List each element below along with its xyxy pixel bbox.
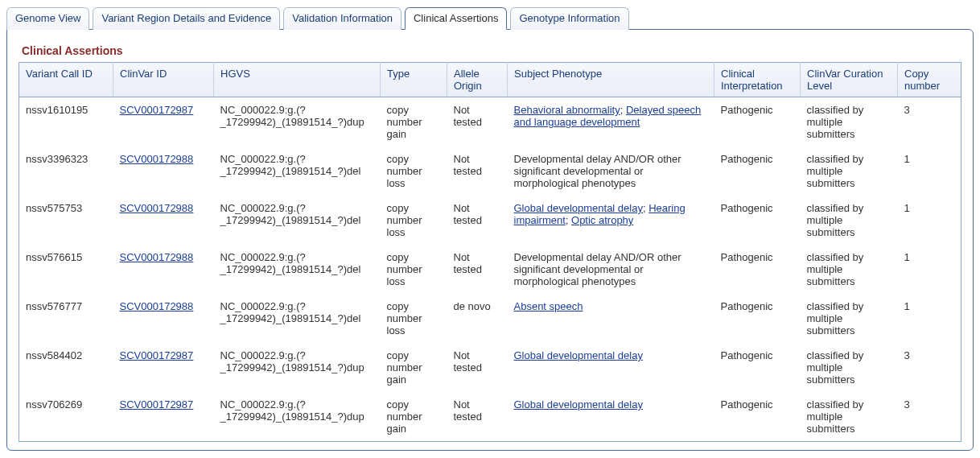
cell-variant-call-id: nssv576777	[19, 294, 113, 343]
cell-clinvar-curation-level: classified by multiple submitters	[801, 196, 898, 245]
cell-hgvs: NC_000022.9:g.(?_17299942)_(19891514_?)d…	[214, 97, 381, 147]
cell-allele-origin: Not tested	[447, 196, 508, 245]
cell-clinvar-id: SCV000172987	[113, 97, 214, 147]
cell-allele-origin: Not tested	[447, 392, 508, 442]
cell-allele-origin: Not tested	[447, 343, 508, 392]
cell-subject-phenotype: Developmental delay AND/OR other signifi…	[508, 245, 714, 294]
col-header-subject-phenotype[interactable]: Subject Phenotype	[508, 63, 714, 97]
cell-hgvs: NC_000022.9:g.(?_17299942)_(19891514_?)d…	[214, 294, 381, 343]
cell-type: copy number gain	[381, 392, 447, 442]
phenotype-text: Developmental delay AND/OR other signifi…	[514, 251, 681, 287]
cell-clinical-interpretation: Pathogenic	[714, 97, 801, 147]
phenotype-link[interactable]: Global developmental delay	[514, 202, 643, 214]
table-row: nssv3396323SCV000172988NC_000022.9:g.(?_…	[19, 146, 961, 196]
cell-clinical-interpretation: Pathogenic	[714, 146, 801, 196]
cell-clinical-interpretation: Pathogenic	[714, 392, 801, 442]
tab-genome-view[interactable]: Genome View	[6, 7, 89, 30]
cell-allele-origin: de novo	[447, 294, 508, 343]
cell-clinvar-curation-level: classified by multiple submitters	[801, 146, 898, 196]
cell-copy-number: 1	[898, 245, 961, 294]
col-header-hgvs[interactable]: HGVS	[214, 63, 381, 97]
cell-type: copy number loss	[381, 196, 447, 245]
tab-genotype-information[interactable]: Genotype Information	[510, 7, 628, 30]
cell-allele-origin: Not tested	[447, 146, 508, 196]
cell-copy-number: 3	[898, 97, 961, 147]
cell-clinvar-curation-level: classified by multiple submitters	[801, 245, 898, 294]
table-row: nssv1610195SCV000172987NC_000022.9:g.(?_…	[19, 97, 961, 147]
cell-clinvar-id: SCV000172988	[113, 245, 214, 294]
cell-clinvar-id: SCV000172987	[113, 392, 214, 442]
cell-hgvs: NC_000022.9:g.(?_17299942)_(19891514_?)d…	[214, 343, 381, 392]
col-header-clinvar-curation-level[interactable]: ClinVar Curation Level	[801, 63, 898, 97]
cell-copy-number: 1	[898, 196, 961, 245]
cell-subject-phenotype: Global developmental delay; Hearing impa…	[508, 196, 714, 245]
separator: ;	[566, 214, 571, 226]
cell-variant-call-id: nssv1610195	[19, 97, 113, 147]
cell-clinvar-curation-level: classified by multiple submitters	[801, 343, 898, 392]
cell-allele-origin: Not tested	[447, 245, 508, 294]
cell-variant-call-id: nssv576615	[19, 245, 113, 294]
clinvar-link[interactable]: SCV000172987	[120, 398, 194, 411]
cell-clinvar-curation-level: classified by multiple submitters	[801, 294, 898, 343]
cell-variant-call-id: nssv706269	[19, 392, 113, 442]
cell-type: copy number gain	[381, 97, 447, 147]
tab-validation-information[interactable]: Validation Information	[283, 7, 401, 30]
cell-variant-call-id: nssv575753	[19, 196, 113, 245]
col-header-clinical-interpretation[interactable]: Clinical Interpretation	[714, 63, 801, 97]
tab-clinical-assertions[interactable]: Clinical Assertions	[405, 7, 508, 30]
cell-variant-call-id: nssv584402	[19, 343, 113, 392]
tab-bar: Genome ViewVariant Region Details and Ev…	[6, 6, 974, 29]
phenotype-text: Developmental delay AND/OR other signifi…	[514, 153, 681, 189]
phenotype-link[interactable]: Optic atrophy	[571, 214, 633, 226]
cell-copy-number: 1	[898, 146, 961, 196]
separator: ;	[620, 104, 626, 116]
cell-type: copy number gain	[381, 343, 447, 392]
clinical-assertions-table: Variant Call ID ClinVar ID HGVS Type All…	[19, 62, 961, 442]
cell-clinvar-id: SCV000172988	[113, 196, 214, 245]
cell-subject-phenotype: Behavioral abnormality; Delayed speech a…	[508, 97, 714, 147]
col-header-allele-origin[interactable]: Allele Origin	[447, 63, 508, 97]
cell-variant-call-id: nssv3396323	[19, 146, 113, 196]
cell-clinvar-id: SCV000172988	[113, 294, 214, 343]
cell-clinical-interpretation: Pathogenic	[714, 196, 801, 245]
cell-hgvs: NC_000022.9:g.(?_17299942)_(19891514_?)d…	[214, 196, 381, 245]
phenotype-link[interactable]: Global developmental delay	[514, 349, 643, 361]
cell-clinvar-id: SCV000172988	[113, 146, 214, 196]
clinvar-link[interactable]: SCV000172987	[120, 104, 194, 116]
cell-hgvs: NC_000022.9:g.(?_17299942)_(19891514_?)d…	[214, 392, 381, 442]
col-header-variant-call-id[interactable]: Variant Call ID	[19, 63, 113, 97]
table-row: nssv706269SCV000172987NC_000022.9:g.(?_1…	[19, 392, 961, 442]
cell-subject-phenotype: Absent speech	[508, 294, 714, 343]
col-header-clinvar-id[interactable]: ClinVar ID	[113, 63, 214, 97]
cell-type: copy number loss	[381, 146, 447, 196]
tab-variant-region-details-and-evidence[interactable]: Variant Region Details and Evidence	[93, 7, 280, 30]
cell-hgvs: NC_000022.9:g.(?_17299942)_(19891514_?)d…	[214, 245, 381, 294]
col-header-copy-number[interactable]: Copy number	[898, 63, 961, 97]
table-row: nssv576615SCV000172988NC_000022.9:g.(?_1…	[19, 245, 961, 294]
cell-subject-phenotype: Developmental delay AND/OR other signifi…	[508, 146, 714, 196]
cell-copy-number: 1	[898, 294, 961, 343]
clinvar-link[interactable]: SCV000172988	[120, 300, 194, 312]
phenotype-link[interactable]: Behavioral abnormality	[514, 104, 620, 116]
cell-copy-number: 3	[898, 392, 961, 442]
clinvar-link[interactable]: SCV000172987	[120, 349, 194, 361]
phenotype-link[interactable]: Global developmental delay	[514, 398, 643, 411]
clinical-assertions-panel: Clinical Assertions Variant Call ID Clin…	[6, 29, 974, 451]
panel-title: Clinical Assertions	[22, 44, 961, 57]
table-row: nssv584402SCV000172987NC_000022.9:g.(?_1…	[19, 343, 961, 392]
phenotype-link[interactable]: Absent speech	[514, 300, 583, 312]
cell-type: copy number loss	[381, 245, 447, 294]
cell-clinical-interpretation: Pathogenic	[714, 343, 801, 392]
table-row: nssv575753SCV000172988NC_000022.9:g.(?_1…	[19, 196, 961, 245]
cell-type: copy number loss	[381, 294, 447, 343]
cell-hgvs: NC_000022.9:g.(?_17299942)_(19891514_?)d…	[214, 146, 381, 196]
cell-clinical-interpretation: Pathogenic	[714, 245, 801, 294]
cell-subject-phenotype: Global developmental delay	[508, 343, 714, 392]
clinvar-link[interactable]: SCV000172988	[120, 202, 194, 214]
clinvar-link[interactable]: SCV000172988	[120, 251, 194, 263]
col-header-type[interactable]: Type	[381, 63, 447, 97]
cell-clinvar-curation-level: classified by multiple submitters	[801, 392, 898, 442]
cell-subject-phenotype: Global developmental delay	[508, 392, 714, 442]
cell-clinvar-id: SCV000172987	[113, 343, 214, 392]
clinvar-link[interactable]: SCV000172988	[120, 153, 194, 165]
